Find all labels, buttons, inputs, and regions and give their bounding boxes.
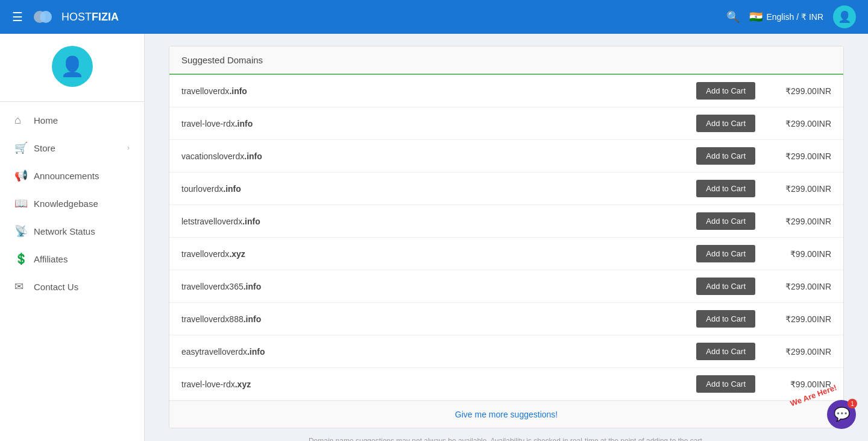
domain-ext: .xyz xyxy=(235,379,251,389)
domain-name: travel-love-rdx.info xyxy=(181,119,696,128)
add-to-cart-button[interactable]: Add to Cart xyxy=(696,115,755,132)
domain-name: vacationsloverdx.info xyxy=(181,151,696,161)
table-row: letstravelloverdx.info Add to Cart ₹299.… xyxy=(169,205,843,238)
add-to-cart-button[interactable]: Add to Cart xyxy=(696,212,755,230)
sidebar: 👤 ⌂ Home 🛒 Store › 📢 Announcements 📖 Kno… xyxy=(0,34,145,441)
logo-area: HOSTFIZIA xyxy=(33,8,119,26)
sidebar-item-knowledgebase[interactable]: 📖 Knowledgebase xyxy=(0,189,144,217)
domain-ext: .info xyxy=(244,314,262,324)
home-icon: ⌂ xyxy=(14,114,27,127)
add-to-cart-button[interactable]: Add to Cart xyxy=(696,245,755,262)
add-to-cart-button[interactable]: Add to Cart xyxy=(696,82,755,100)
affiliates-icon: 💲 xyxy=(14,252,27,265)
sidebar-item-network-status[interactable]: 📡 Network Status xyxy=(0,217,144,245)
sidebar-item-affiliates[interactable]: 💲 Affiliates xyxy=(0,245,144,273)
add-to-cart-button[interactable]: Add to Cart xyxy=(696,180,755,197)
domain-name: travelloverdx.xyz xyxy=(181,249,696,259)
chevron-right-icon: › xyxy=(127,144,130,152)
domain-ext: .info xyxy=(235,119,253,128)
header: ☰ HOSTFIZIA 🔍 🇮🇳 English / ₹ INR 👤 xyxy=(0,0,868,34)
chat-widget: We Are Here! 💬 1 xyxy=(789,391,856,429)
sidebar-item-label-affiliates: Affiliates xyxy=(34,254,68,264)
add-to-cart-button[interactable]: Add to Cart xyxy=(696,343,755,360)
sidebar-nav: ⌂ Home 🛒 Store › 📢 Announcements 📖 Knowl… xyxy=(0,107,144,300)
hamburger-icon[interactable]: ☰ xyxy=(12,10,23,24)
store-icon: 🛒 xyxy=(14,141,27,154)
logo-icon xyxy=(33,8,57,26)
user-avatar-header[interactable]: 👤 xyxy=(833,5,856,28)
search-icon[interactable]: 🔍 xyxy=(726,10,740,24)
network-icon: 📡 xyxy=(14,224,27,238)
sidebar-item-announcements[interactable]: 📢 Announcements xyxy=(0,162,144,189)
domain-price: ₹299.00INR xyxy=(765,282,831,291)
chat-button[interactable]: 💬 1 xyxy=(827,400,856,429)
contact-icon: ✉ xyxy=(14,280,27,293)
add-to-cart-button[interactable]: Add to Cart xyxy=(696,278,755,295)
sidebar-avatar: 👤 xyxy=(52,46,93,87)
sidebar-item-label-contact-us: Contact Us xyxy=(34,282,78,292)
sidebar-divider xyxy=(0,101,144,102)
more-suggestions-link[interactable]: Give me more suggestions! xyxy=(169,401,843,428)
domain-price: ₹299.00INR xyxy=(765,86,831,96)
domain-ext: .xyz xyxy=(229,249,245,259)
sidebar-item-label-knowledgebase: Knowledgebase xyxy=(34,198,98,209)
domain-name: travel-love-rdx.xyz xyxy=(181,379,696,389)
domain-ext: .info xyxy=(229,86,247,96)
domain-price: ₹299.00INR xyxy=(765,151,831,161)
domain-name: tourloverdx.info xyxy=(181,184,696,194)
sidebar-item-contact-us[interactable]: ✉ Contact Us xyxy=(0,273,144,300)
domain-name: travelloverdx888.info xyxy=(181,314,696,324)
domain-price: ₹99.00INR xyxy=(765,249,831,259)
table-row: tourloverdx.info Add to Cart ₹299.00INR xyxy=(169,173,843,205)
lang-text: English / ₹ INR xyxy=(766,12,823,22)
domain-ext: .info xyxy=(244,151,262,161)
add-to-cart-button[interactable]: Add to Cart xyxy=(696,310,755,328)
domain-price: ₹299.00INR xyxy=(765,347,831,357)
table-row: easytravelloverdx.info Add to Cart ₹299.… xyxy=(169,335,843,368)
add-to-cart-button[interactable]: Add to Cart xyxy=(696,147,755,165)
domain-ext: .info xyxy=(242,217,260,226)
chat-badge: 1 xyxy=(848,399,857,408)
header-right: 🔍 🇮🇳 English / ₹ INR 👤 xyxy=(726,5,856,28)
flag-icon: 🇮🇳 xyxy=(749,10,763,24)
layout: 👤 ⌂ Home 🛒 Store › 📢 Announcements 📖 Kno… xyxy=(0,34,868,441)
sidebar-item-label-announcements: Announcements xyxy=(34,171,99,181)
sidebar-item-label-store: Store xyxy=(34,143,55,153)
domain-table-header: Suggested Domains xyxy=(169,46,843,75)
domain-name: travelloverdx.info xyxy=(181,86,696,96)
domain-name: travelloverdx365.info xyxy=(181,282,696,291)
table-row: travelloverdx.xyz Add to Cart ₹99.00INR xyxy=(169,238,843,270)
domain-price: ₹299.00INR xyxy=(765,184,831,194)
table-row: travel-love-rdx.info Add to Cart ₹299.00… xyxy=(169,107,843,140)
domain-ext: .info xyxy=(247,347,265,357)
logo-text: HOSTFIZIA xyxy=(61,11,119,24)
table-row: vacationsloverdx.info Add to Cart ₹299.0… xyxy=(169,140,843,173)
domain-ext: .info xyxy=(244,282,262,291)
domain-price: ₹299.00INR xyxy=(765,314,831,324)
table-row: travelloverdx365.info Add to Cart ₹299.0… xyxy=(169,270,843,303)
announcements-icon: 📢 xyxy=(14,169,27,182)
header-left: ☰ HOSTFIZIA xyxy=(12,8,119,26)
sidebar-item-label-network-status: Network Status xyxy=(34,226,95,236)
sidebar-item-label-home: Home xyxy=(34,115,58,125)
domain-ext: .info xyxy=(223,184,241,194)
domain-price: ₹299.00INR xyxy=(765,217,831,226)
domain-name: easytravelloverdx.info xyxy=(181,347,696,357)
table-row: travelloverdx888.info Add to Cart ₹299.0… xyxy=(169,303,843,335)
table-row: travelloverdx.info Add to Cart ₹299.00IN… xyxy=(169,75,843,107)
add-to-cart-button[interactable]: Add to Cart xyxy=(696,375,755,393)
lang-selector[interactable]: 🇮🇳 English / ₹ INR xyxy=(749,10,823,24)
sidebar-item-store[interactable]: 🛒 Store › xyxy=(0,134,144,162)
domain-table: Suggested Domains travelloverdx.info Add… xyxy=(169,46,844,428)
sidebar-item-home[interactable]: ⌂ Home xyxy=(0,107,144,134)
table-row: travel-love-rdx.xyz Add to Cart ₹99.00IN… xyxy=(169,368,843,401)
domain-price: ₹299.00INR xyxy=(765,119,831,128)
knowledgebase-icon: 📖 xyxy=(14,197,27,210)
domain-name: letstravelloverdx.info xyxy=(181,217,696,226)
footer-note: Domain name suggestions may not always b… xyxy=(169,437,844,441)
svg-point-1 xyxy=(40,11,52,23)
main-content: Suggested Domains travelloverdx.info Add… xyxy=(145,34,868,441)
